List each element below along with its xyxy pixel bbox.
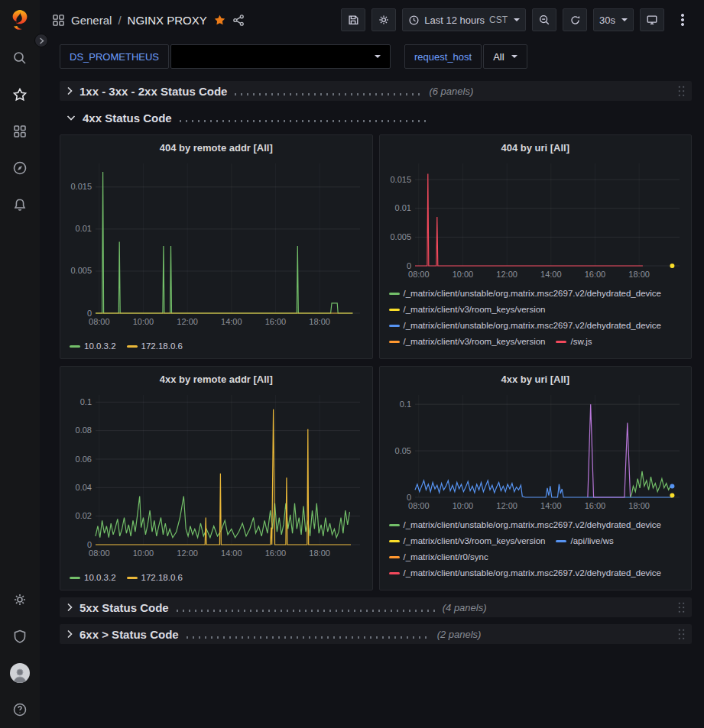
breadcrumb-section[interactable]: General xyxy=(71,14,112,27)
grafana-logo[interactable] xyxy=(0,0,40,40)
panel-4xx-by-uri: 4xx by uri [All] 00.050.108:0010:0012:00… xyxy=(379,366,693,590)
clock-icon xyxy=(408,15,420,26)
help-icon xyxy=(12,702,28,717)
sidebar-item-alerting[interactable] xyxy=(0,186,40,223)
row-drag-handle[interactable] xyxy=(677,601,686,614)
panel-404-by-remote-addr: 404 by remote addr [All] 00.0050.010.015… xyxy=(60,134,373,359)
dotted-leader xyxy=(177,610,435,612)
chevron-down-icon xyxy=(514,18,520,21)
panel-404-by-uri: 404 by uri [All] 00.0050.010.01508:0010:… xyxy=(379,134,693,359)
sidebar-item-search[interactable] xyxy=(0,40,40,76)
panel-title[interactable]: 404 by uri [All] xyxy=(386,140,686,157)
row-panel-count: (6 panels) xyxy=(429,86,473,97)
svg-text:0.08: 0.08 xyxy=(76,425,92,435)
svg-text:08:00: 08:00 xyxy=(89,317,110,326)
timezone-label: CST xyxy=(489,15,508,25)
breadcrumb-separator: / xyxy=(118,14,121,27)
legend-item[interactable]: /_matrix/client/unstable/org.matrix.msc2… xyxy=(389,319,662,332)
chevron-down-icon xyxy=(621,18,628,21)
row-header-5xx[interactable]: 5xx Status Code (4 panels) xyxy=(60,597,692,617)
chart-legend: /_matrix/client/unstable/org.matrix.msc2… xyxy=(386,287,686,348)
panel-4xx-by-remote-addr: 4xx by remote addr [All] 00.020.040.060.… xyxy=(60,366,373,590)
row-header-6xx[interactable]: 6xx > Status Code (2 panels) xyxy=(60,624,692,644)
zoom-out-button[interactable] xyxy=(532,8,556,31)
row-header-1xx-3xx-2xx[interactable]: 1xx - 3xx - 2xx Status Code (6 panels) xyxy=(60,81,692,101)
sidebar-item-configuration[interactable] xyxy=(0,581,40,618)
sidebar xyxy=(0,0,40,728)
chevron-right-icon xyxy=(67,629,73,639)
chevron-right-icon xyxy=(67,603,73,612)
legend-item[interactable]: /_matrix/client/v3/room_keys/version xyxy=(389,535,546,547)
legend-item[interactable]: 10.0.3.2 xyxy=(70,571,116,584)
row-drag-handle[interactable] xyxy=(677,85,686,98)
sidebar-item-explore[interactable] xyxy=(0,150,40,186)
svg-text:0: 0 xyxy=(87,309,92,318)
avatar xyxy=(10,663,30,683)
chart-4xx-by-uri[interactable]: 00.050.108:0010:0012:0014:0016:0018:00 xyxy=(386,389,686,513)
svg-text:0: 0 xyxy=(406,493,410,502)
legend-item[interactable]: 10.0.3.2 xyxy=(70,340,116,352)
legend-item[interactable]: 172.18.0.6 xyxy=(127,571,183,584)
legend-item[interactable]: /sw.js xyxy=(556,335,592,348)
refresh-interval-picker[interactable]: 30s xyxy=(593,8,634,31)
sidebar-item-help[interactable] xyxy=(0,691,40,728)
save-dashboard-button[interactable] xyxy=(341,8,365,31)
panel-title[interactable]: 4xx by remote addr [All] xyxy=(67,371,366,389)
datasource-value-select[interactable] xyxy=(170,44,391,69)
sidebar-expand-button[interactable] xyxy=(34,34,48,47)
panel-grid-row-1: 404 by remote addr [All] 00.0050.010.015… xyxy=(60,134,692,359)
svg-text:0.015: 0.015 xyxy=(70,182,92,191)
legend-item[interactable]: /_matrix/client/unstable/org.matrix.msc2… xyxy=(389,519,662,531)
panel-title[interactable]: 4xx by uri [All] xyxy=(386,371,686,389)
sidebar-item-server-admin[interactable] xyxy=(0,618,40,655)
legend-item[interactable]: /_matrix/client/v3/room_keys/version xyxy=(389,335,546,348)
svg-text:14:00: 14:00 xyxy=(221,317,242,326)
sidebar-item-profile[interactable] xyxy=(0,655,40,691)
sidebar-item-starred[interactable] xyxy=(0,76,40,113)
row-header-4xx[interactable]: 4xx Status Code xyxy=(60,108,692,128)
svg-text:08:00: 08:00 xyxy=(89,548,110,558)
gear-icon xyxy=(12,592,28,607)
svg-text:16:00: 16:00 xyxy=(265,317,287,326)
legend-item[interactable]: 172.18.0.6 xyxy=(127,340,183,352)
legend-item[interactable]: /_matrix/client/unstable/org.matrix.msc2… xyxy=(389,287,662,299)
legend-item[interactable]: /_matrix/client/unstable/org.matrix.msc2… xyxy=(389,567,662,579)
tv-mode-button[interactable] xyxy=(640,8,664,31)
dashboard-title[interactable]: NGINX PROXY xyxy=(128,14,207,27)
search-icon xyxy=(12,50,28,66)
row-title: 5xx Status Code xyxy=(79,601,169,614)
time-range-picker[interactable]: Last 12 hours CST xyxy=(402,8,526,31)
svg-text:10:00: 10:00 xyxy=(452,501,473,510)
legend-item[interactable]: /api/live/ws xyxy=(556,535,613,547)
datasource-variable-label[interactable]: DS_PROMETHEUS xyxy=(60,44,169,69)
request-host-value-select[interactable]: All xyxy=(483,44,527,69)
svg-text:0.1: 0.1 xyxy=(399,400,410,409)
legend-item[interactable]: /_matrix/client/r0/sync xyxy=(389,551,488,563)
svg-text:0.1: 0.1 xyxy=(80,397,92,406)
chart-404-by-uri[interactable]: 00.0050.010.01508:0010:0012:0014:0016:00… xyxy=(386,157,686,281)
share-button[interactable] xyxy=(232,14,245,27)
submenu-variables: DS_PROMETHEUS request_host All xyxy=(40,40,704,75)
shield-icon xyxy=(12,629,28,644)
svg-text:18:00: 18:00 xyxy=(628,270,650,279)
svg-text:08:00: 08:00 xyxy=(408,501,430,510)
panel-title[interactable]: 404 by remote addr [All] xyxy=(67,140,366,157)
legend-item[interactable]: /_matrix/client/v3/room_keys/version xyxy=(389,303,546,315)
svg-text:0.01: 0.01 xyxy=(394,203,410,212)
dotted-leader xyxy=(180,120,426,122)
kebab-menu-button[interactable] xyxy=(670,8,695,31)
row-title: 1xx - 3xx - 2xx Status Code xyxy=(79,85,227,98)
request-host-variable-label[interactable]: request_host xyxy=(404,44,482,69)
svg-text:12:00: 12:00 xyxy=(496,501,517,510)
svg-text:10:00: 10:00 xyxy=(133,548,154,558)
chart-4xx-by-remote-addr[interactable]: 00.020.040.060.080.108:0010:0012:0014:00… xyxy=(67,389,366,560)
refresh-button[interactable] xyxy=(563,8,587,31)
dashboard-settings-button[interactable] xyxy=(371,8,396,31)
sidebar-item-dashboards[interactable] xyxy=(0,113,40,150)
favorite-star-button[interactable] xyxy=(213,14,226,27)
chart-404-by-remote-addr[interactable]: 00.0050.010.01508:0010:0012:0014:0016:00… xyxy=(67,157,366,328)
row-drag-handle[interactable] xyxy=(677,628,686,641)
svg-text:18:00: 18:00 xyxy=(309,548,330,558)
dotted-leader xyxy=(235,93,421,95)
dashboard-canvas: 1xx - 3xx - 2xx Status Code (6 panels) 4… xyxy=(40,75,704,644)
